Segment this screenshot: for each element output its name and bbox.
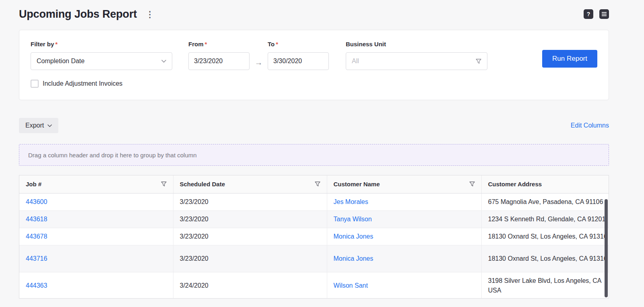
include-adjustment-invoices-row[interactable]: Include Adjustment Invoices — [31, 80, 122, 88]
page: Upcoming Jobs Report ⋮ ? Filter by* Comp… — [19, 0, 609, 299]
table-row: 443716 3/23/2020 Monica Jones 18130 Oxna… — [19, 245, 609, 272]
group-by-drop-zone[interactable]: Drag a column header and drop it here to… — [19, 144, 609, 166]
job-number-link[interactable]: 443678 — [26, 233, 47, 240]
table-row: 443678 3/23/2020 Monica Jones 18130 Oxna… — [19, 228, 609, 245]
table-row: 443618 3/23/2020 Tanya Wilson 1234 S Ken… — [19, 210, 609, 228]
column-label: Customer Address — [488, 181, 542, 187]
table-toolbar: Export Edit Columns — [19, 118, 609, 133]
scrollbar-thumb[interactable] — [605, 199, 608, 297]
job-number-link[interactable]: 444363 — [26, 282, 47, 289]
job-number-link[interactable]: 443600 — [26, 198, 47, 205]
filter-funnel-icon[interactable] — [161, 181, 167, 187]
from-label: From* — [188, 41, 250, 47]
business-unit-placeholder: All — [352, 58, 359, 65]
scheduled-date-cell: 3/23/2020 — [173, 228, 327, 245]
customer-name-link[interactable]: Jes Morales — [334, 198, 368, 205]
scheduled-date-cell: 3/23/2020 — [173, 210, 327, 228]
business-unit-select[interactable]: All — [346, 52, 487, 70]
chevron-down-icon — [161, 60, 166, 63]
customer-name-link[interactable]: Tanya Wilson — [334, 216, 372, 223]
filter-panel: Filter by* Completion Date Include Adjus… — [19, 30, 609, 100]
from-field: From* — [188, 41, 250, 70]
filter-funnel-icon[interactable] — [315, 181, 320, 187]
column-header-job-number[interactable]: Job # — [19, 175, 173, 193]
filter-by-select[interactable]: Completion Date — [31, 52, 172, 70]
customer-name-link[interactable]: Monica Jones — [334, 233, 374, 240]
kebab-menu-icon[interactable]: ⋮ — [144, 9, 156, 19]
page-title: Upcoming Jobs Report — [19, 8, 137, 21]
table-row: 443600 3/23/2020 Jes Morales 675 Magnoli… — [19, 193, 609, 210]
to-date-input[interactable] — [268, 52, 329, 70]
job-number-link[interactable]: 443618 — [26, 216, 47, 223]
group-by-hint-text: Drag a column header and drop it here to… — [28, 152, 197, 159]
to-field: To* — [268, 41, 329, 70]
job-number-link[interactable]: 443716 — [26, 255, 47, 262]
required-marker: * — [55, 41, 58, 47]
scheduled-date-cell: 3/23/2020 — [173, 193, 327, 210]
header-icons: ? — [584, 9, 609, 19]
business-unit-label: Business Unit — [346, 41, 487, 47]
required-marker: * — [205, 41, 207, 47]
include-adjustment-invoices-checkbox[interactable] — [31, 80, 39, 88]
date-range-arrow-icon: → — [250, 41, 268, 67]
column-header-scheduled-date[interactable]: Scheduled Date — [173, 175, 327, 193]
jobs-table-body: 443600 3/23/2020 Jes Morales 675 Magnoli… — [19, 193, 609, 299]
column-header-customer-name[interactable]: Customer Name — [327, 175, 481, 193]
required-marker: * — [276, 41, 278, 47]
customer-address-cell: 18130 Oxnard St, Los Angeles, CA 91316 — [481, 228, 609, 245]
customer-name-link[interactable]: Monica Jones — [334, 255, 374, 262]
column-label: Scheduled Date — [180, 181, 225, 187]
vertical-scrollbar[interactable] — [605, 194, 608, 297]
customer-name-link[interactable]: Wilson Sant — [334, 282, 368, 289]
filter-by-value: Completion Date — [37, 58, 85, 65]
customer-address-cell: 1234 S Kenneth Rd, Glendale, CA 91201 — [481, 210, 609, 228]
to-label: To* — [268, 41, 329, 47]
filter-by-label: Filter by* — [31, 41, 172, 47]
export-label: Export — [25, 122, 44, 129]
report-list-icon[interactable] — [599, 9, 609, 19]
edit-columns-link[interactable]: Edit Columns — [571, 122, 609, 129]
run-report-button[interactable]: Run Report — [542, 50, 597, 68]
page-header: Upcoming Jobs Report ⋮ ? — [19, 6, 609, 22]
filter-funnel-icon[interactable] — [469, 181, 475, 187]
column-label: Job # — [26, 181, 41, 187]
scheduled-date-cell: 3/23/2020 — [173, 245, 327, 272]
customer-address-cell: 18130 Oxnard St, Los Angeles, CA 91316 — [481, 245, 609, 272]
from-date-input[interactable] — [188, 52, 250, 70]
export-button[interactable]: Export — [19, 118, 58, 133]
jobs-table-container: Job # Scheduled Date — [19, 175, 609, 299]
chevron-down-icon — [47, 124, 52, 127]
column-label: Customer Name — [334, 181, 380, 187]
customer-address-cell: 675 Magnolia Ave, Pasadena, CA 91106 — [481, 193, 609, 210]
include-adjustment-invoices-label: Include Adjustment Invoices — [43, 80, 122, 87]
help-icon[interactable]: ? — [584, 9, 593, 19]
filter-by-field: Filter by* Completion Date Include Adjus… — [31, 41, 172, 88]
list-lines-icon — [602, 12, 607, 16]
customer-address-cell: 3198 Silver Lake Blvd, Los Angeles, CA U… — [481, 272, 609, 299]
table-row: 444363 3/24/2020 Wilson Sant 3198 Silver… — [19, 272, 609, 299]
jobs-table: Job # Scheduled Date — [19, 175, 609, 299]
scheduled-date-cell: 3/24/2020 — [173, 272, 327, 299]
table-header-row: Job # Scheduled Date — [19, 175, 609, 193]
funnel-icon — [476, 59, 481, 64]
business-unit-field: Business Unit All — [346, 41, 487, 70]
column-header-customer-address[interactable]: Customer Address — [481, 175, 609, 193]
